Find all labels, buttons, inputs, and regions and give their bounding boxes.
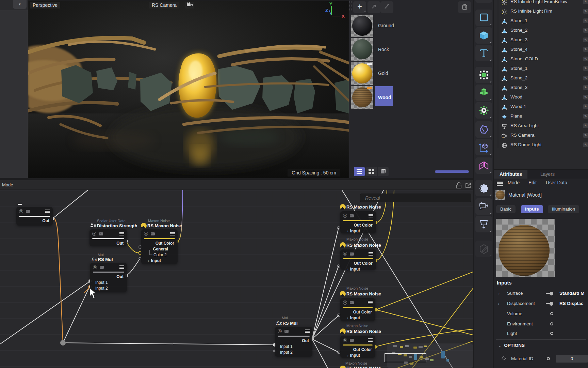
node-title[interactable]: RS Maxon Noise (346, 204, 381, 210)
cube-primitive-icon[interactable] (475, 27, 492, 44)
edit-toggle-icon[interactable]: ✎ (583, 47, 588, 52)
port-empty-icon[interactable] (547, 357, 550, 360)
tab-illumination[interactable]: Illumination (548, 205, 579, 213)
port-input[interactable]: ›Input (340, 228, 376, 234)
preview-icon[interactable] (26, 210, 30, 213)
node-maxon-noise-3[interactable]: S Out Color ›Input (340, 298, 375, 321)
port-input1[interactable]: Input 1 (90, 280, 127, 286)
node-title[interactable]: RS Maxon Noise (147, 223, 182, 228)
keyframe-diamond-icon[interactable] (502, 356, 506, 361)
generator-gear-icon[interactable] (475, 102, 492, 119)
object-row[interactable]: Stone_4 ✎ (494, 45, 588, 54)
object-row[interactable]: Stone_1 ✎ (494, 64, 588, 73)
camera-icon[interactable] (185, 2, 194, 9)
object-row[interactable]: Wood.1 ✎ (494, 102, 588, 111)
material-id-field[interactable]: 0 (556, 355, 588, 363)
stack-view-icon[interactable] (378, 167, 389, 176)
expand-chevron-icon[interactable]: › (498, 288, 500, 298)
panel-grip[interactable] (349, 1, 352, 12)
node-graph-canvas[interactable]: S Out Scalar User Data Distortion Streng… (0, 190, 473, 368)
object-row[interactable]: Stone_GOLD ✎ (494, 54, 588, 64)
port-out[interactable]: Out (275, 338, 312, 344)
material-label-ground[interactable]: Ground (375, 21, 397, 30)
selection-object-icon[interactable] (475, 67, 492, 83)
arrow-tool-icon[interactable] (475, 0, 492, 3)
edit-toggle-icon[interactable]: ✎ (583, 133, 588, 138)
node-title[interactable]: RS Maxon Noise (346, 329, 381, 334)
material-thumb-rock[interactable] (351, 38, 373, 61)
options-heading[interactable]: ⌄OPTIONS (498, 343, 525, 348)
spline-primitive-icon[interactable] (475, 121, 492, 138)
shading-sphere-icon[interactable] (475, 180, 492, 196)
node-menu-icon[interactable] (45, 210, 50, 210)
panel-menu-icon[interactable] (497, 182, 503, 183)
node-maxon-noise-2[interactable]: S Out Color ›Input (340, 249, 376, 270)
edit-toggle-icon[interactable]: ✎ (583, 114, 588, 119)
assign-arrow-icon[interactable] (368, 1, 380, 13)
port-connected-icon[interactable] (546, 291, 553, 295)
node-title[interactable]: RS Maxon Noise (346, 243, 381, 248)
material-label-rock[interactable]: Rock (375, 45, 392, 53)
object-row[interactable]: Wood ✎ (494, 92, 588, 102)
motion-camera-icon[interactable]: ST (475, 198, 492, 215)
object-row[interactable]: Stone_1 ✎ (494, 16, 588, 26)
port-input[interactable]: ›Input (340, 315, 375, 321)
port-out-color[interactable]: Out Color (340, 347, 375, 353)
object-row[interactable]: RS Area Light ✎ (494, 121, 588, 131)
solo-icon[interactable]: S (19, 209, 23, 213)
node-maxon-noise-4[interactable]: S Out Color ›Input (340, 336, 375, 358)
node-out[interactable]: S Out (16, 207, 53, 226)
axis-workplane-icon[interactable] (475, 139, 492, 155)
node-title-clipped[interactable]: RS Maxon Noise (346, 366, 381, 368)
popout-icon[interactable] (464, 182, 472, 189)
node-distortion-strength[interactable]: S Out (89, 229, 127, 246)
node-title[interactable]: f:xRS Mul (276, 321, 298, 326)
tab-basic[interactable]: Basic (496, 205, 516, 213)
add-material-button[interactable]: + (353, 1, 366, 13)
rectangle-selection-icon[interactable] (475, 10, 492, 26)
render-viewport[interactable]: Perspective RS Camera Y Z X Grid Spacing… (28, 1, 349, 178)
edit-toggle-icon[interactable]: ✎ (583, 57, 588, 61)
port-input1[interactable]: Input 1 (275, 344, 312, 350)
port-connected-icon[interactable] (546, 302, 553, 306)
node-search-input[interactable] (360, 194, 471, 202)
material-label-gold[interactable]: Gold (375, 69, 391, 77)
node-title[interactable]: f:xRS Mul (91, 257, 113, 262)
node-editor-mode-menu[interactable]: Mode (2, 182, 13, 187)
input-row-volume[interactable]: Volume (494, 309, 588, 319)
port-empty-icon[interactable] (546, 312, 553, 316)
port-out-color[interactable]: Out Color (141, 241, 178, 246)
symmetry-tool-icon[interactable] (475, 157, 492, 174)
port-color2[interactable]: Color 2 (141, 252, 178, 258)
edit-toggle-icon[interactable]: ✎ (583, 66, 588, 71)
text-spline-icon[interactable] (475, 45, 492, 61)
edit-toggle-icon[interactable]: ✎ (583, 37, 588, 42)
edit-toggle-icon[interactable]: ✎ (583, 28, 588, 33)
lock-icon[interactable] (455, 182, 462, 189)
grid-view-icon[interactable] (366, 167, 377, 176)
object-row[interactable]: Stone_2 ✎ (494, 26, 588, 35)
port-input[interactable]: ›Input (340, 353, 375, 358)
object-row[interactable]: Stone_2 ✎ (494, 73, 588, 83)
expand-chevron-icon[interactable]: › (498, 298, 500, 309)
object-row[interactable]: RS Dome Light ✎ (494, 140, 588, 150)
camera-label[interactable]: RS Camera (149, 2, 179, 9)
delete-material-icon[interactable] (458, 1, 471, 13)
port-general[interactable]: ⌄General (141, 246, 178, 252)
menu-user-data[interactable]: User Data (546, 180, 567, 185)
node-title[interactable]: Distortion Strength (97, 223, 137, 228)
material-thumb-gold[interactable] (351, 62, 373, 85)
object-row[interactable]: ST RS Camera ✎ (494, 131, 588, 140)
port-input2[interactable]: Input 2 (275, 350, 312, 355)
port-out-color[interactable]: Out Color (340, 223, 376, 228)
node-maxon-noise-left[interactable]: S Out Color ⌄General Color 2 ›Input (141, 229, 178, 264)
node-maxon-noise-1[interactable]: S Out Color ›Input (340, 211, 376, 233)
object-row[interactable]: RS Infinite Light FromBelow ✎ (494, 0, 588, 6)
tab-inputs[interactable]: Inputs (521, 205, 543, 213)
tab-layers[interactable]: Layers (535, 170, 560, 179)
port-out-color[interactable]: Out Color (340, 261, 376, 266)
port-empty-icon[interactable] (546, 332, 553, 336)
input-row-displacement[interactable]: › Displacement RS Displac (494, 298, 588, 309)
viewport-menu-dropdown[interactable]: ▾ (13, 0, 27, 9)
material-thumb-ground[interactable] (351, 15, 373, 37)
